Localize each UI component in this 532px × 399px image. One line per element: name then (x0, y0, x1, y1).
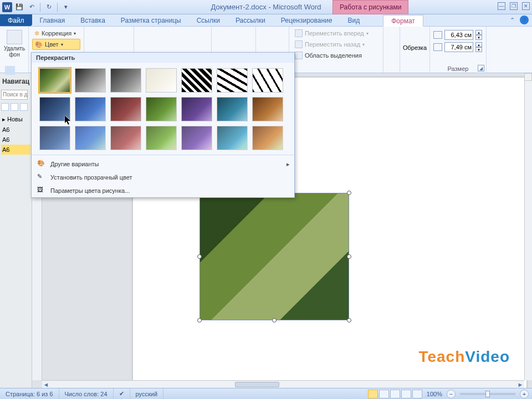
resize-handle[interactable] (347, 191, 351, 195)
qat-customize-icon[interactable]: ▾ (61, 2, 71, 12)
recolor-swatch-orange[interactable] (252, 97, 283, 121)
resize-handle[interactable] (347, 318, 351, 323)
recolor-swatch-lt-teal[interactable] (217, 126, 248, 150)
color-button[interactable]: 🎨Цвет▾ (32, 39, 80, 50)
remove-background-button[interactable]: Удалить фон (3, 28, 25, 58)
status-proofing[interactable]: ✔ (114, 388, 130, 399)
view-web-layout[interactable] (390, 390, 400, 398)
recolor-swatch-blue[interactable] (75, 97, 106, 121)
recolor-swatch-bw25[interactable] (181, 68, 212, 93)
tab-insert[interactable]: Вставка (73, 14, 113, 26)
selection-pane-button[interactable]: Область выделения (293, 50, 380, 61)
nav-tab-results[interactable] (20, 103, 28, 111)
undo-icon[interactable]: ↶ (27, 2, 37, 12)
tab-view[interactable]: Вид (340, 14, 367, 26)
nav-heading-group[interactable]: ▸ Новы (1, 114, 30, 125)
watermark: TeachVideo (418, 348, 510, 366)
tab-home[interactable]: Главная (32, 14, 73, 26)
view-full-screen[interactable] (379, 390, 389, 398)
tab-page-layout[interactable]: Разметка страницы (113, 14, 189, 26)
view-draft[interactable] (412, 390, 422, 398)
scroll-left-arrow[interactable]: ◄ (42, 381, 50, 388)
side-tool-icon[interactable] (5, 66, 15, 75)
zoom-level[interactable]: 100% (427, 391, 442, 397)
nav-search-input[interactable]: Поиск в д (1, 90, 28, 100)
bring-forward-button[interactable]: Переместить вперед▾ (293, 28, 380, 39)
recolor-swatch-lt-purple[interactable] (181, 126, 212, 150)
send-backward-button[interactable]: Переместить назад▾ (293, 39, 380, 50)
width-icon (433, 43, 442, 51)
tab-mailings[interactable]: Рассылки (228, 14, 273, 26)
nav-item[interactable]: А6 (1, 125, 30, 135)
recolor-swatch-grayscale[interactable] (75, 68, 106, 93)
resize-handle[interactable] (347, 254, 351, 259)
recolor-swatch-bw75[interactable] (252, 68, 283, 93)
recolor-swatch-lt-darkblue[interactable] (39, 126, 70, 150)
recolor-swatch-lt-blue[interactable] (75, 126, 106, 150)
height-input[interactable] (444, 30, 473, 40)
status-page[interactable]: Страница: 6 из 6 (0, 388, 59, 399)
width-spin-up[interactable]: ▲ (475, 42, 482, 47)
status-word-count[interactable]: Число слов: 24 (59, 388, 114, 399)
recolor-swatch-bw50[interactable] (217, 68, 248, 93)
recolor-swatch-purple[interactable] (181, 97, 212, 121)
corrections-button[interactable]: ✲Коррекция▾ (32, 28, 80, 39)
position-icon[interactable] (226, 30, 242, 44)
view-print-layout[interactable] (368, 390, 378, 398)
recolor-swatch-green[interactable] (146, 97, 177, 121)
nav-tab-pages[interactable] (11, 103, 18, 111)
height-spin-up[interactable]: ▲ (475, 30, 482, 35)
close-button[interactable]: ✕ (522, 2, 530, 10)
restore-button[interactable]: ❐ (510, 2, 518, 10)
crop-icon[interactable] (407, 29, 423, 44)
recolor-swatch-lt-red[interactable] (110, 126, 141, 150)
tab-format[interactable]: Формат (383, 15, 423, 27)
width-input[interactable] (444, 42, 473, 52)
width-spin-down[interactable]: ▼ (475, 47, 482, 52)
recolor-swatch-sepia[interactable] (110, 68, 141, 93)
height-spin-down[interactable]: ▼ (475, 35, 482, 40)
status-language[interactable]: русский (130, 388, 163, 399)
more-variants-item[interactable]: 🎨 Другие варианты ▸ (32, 157, 294, 171)
view-outline[interactable] (401, 390, 411, 398)
tab-references[interactable]: Ссылки (189, 14, 228, 26)
picture-color-options-item[interactable]: 🖼 Параметры цвета рисунка... (32, 184, 294, 197)
recolor-swatch-red[interactable] (110, 97, 141, 121)
zoom-slider[interactable] (460, 393, 515, 395)
ruler-toggle[interactable] (524, 73, 532, 81)
recolor-swatch-lt-orange[interactable] (252, 126, 283, 150)
help-icon[interactable]: ? (520, 16, 529, 24)
recolor-swatch-lt-green[interactable] (146, 126, 177, 150)
tab-review[interactable]: Рецензирование (273, 14, 340, 26)
scroll-thumb[interactable] (235, 382, 279, 387)
minimize-button[interactable]: — (498, 2, 505, 10)
recolor-swatch-none[interactable] (39, 68, 70, 93)
set-transparent-item[interactable]: ✎ Установить прозрачный цвет (32, 171, 294, 184)
zoom-thumb[interactable] (485, 391, 490, 397)
nav-tab-headings[interactable] (1, 103, 9, 111)
minimize-ribbon-icon[interactable]: ⌃ (508, 16, 516, 24)
resize-handle[interactable] (197, 318, 202, 323)
nav-view-tabs (1, 103, 30, 111)
selected-picture[interactable] (200, 193, 349, 320)
zoom-in-button[interactable]: + (520, 390, 529, 398)
nav-item[interactable]: А6 (1, 135, 30, 145)
size-dialog-launcher[interactable]: ◢ (478, 65, 484, 71)
picture-style-thumb[interactable] (137, 30, 157, 47)
scroll-right-arrow[interactable]: ► (516, 381, 524, 388)
wrap-text-icon[interactable] (265, 30, 280, 44)
resize-handle[interactable] (272, 318, 277, 323)
redo-icon[interactable]: ↻ (44, 2, 54, 12)
save-icon[interactable]: 💾 (14, 2, 24, 12)
tab-file[interactable]: Файл (0, 14, 32, 26)
nav-item-active[interactable]: А6 (1, 145, 30, 155)
zoom-out-button[interactable]: − (447, 390, 456, 398)
recolor-swatch-washout[interactable] (146, 68, 177, 93)
recolor-swatch-darkblue[interactable] (39, 97, 70, 121)
horizontal-scrollbar[interactable]: ◄ ► (42, 380, 524, 388)
artistic-effects-icon[interactable] (100, 31, 118, 43)
group-arrange: Переместить вперед▾ Переместить назад▾ О… (289, 27, 383, 73)
recolor-swatch-teal[interactable] (217, 97, 248, 121)
vertical-scrollbar[interactable] (524, 73, 532, 380)
resize-handle[interactable] (197, 254, 202, 259)
